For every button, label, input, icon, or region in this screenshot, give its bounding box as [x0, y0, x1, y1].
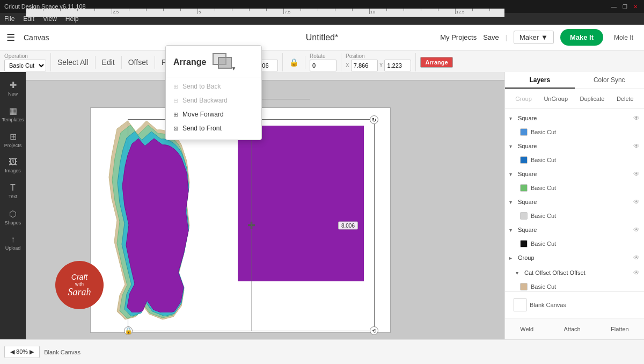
- sidebar-item-images[interactable]: 🖼 Images: [2, 154, 24, 177]
- layer-sub-square-3[interactable]: Basic Cut: [505, 181, 644, 194]
- handle-bottom-left[interactable]: 🔒: [124, 326, 133, 335]
- layer-sub-square-2[interactable]: Basic Cut: [505, 154, 644, 166]
- menu-file[interactable]: File: [4, 15, 14, 23]
- layer-sub-name-square-5: Basic Cut: [531, 241, 556, 247]
- images-icon: 🖼: [9, 157, 17, 167]
- blank-canvas-row: Blank Canvas: [509, 296, 640, 314]
- left-sidebar: ✚ New ▦ Templates ⊞ Projects 🖼 Images T …: [0, 72, 26, 339]
- arrange-icon: ▼: [213, 53, 236, 71]
- x-input[interactable]: [351, 60, 378, 71]
- layer-eye-square-3[interactable]: 👁: [633, 170, 640, 178]
- layer-group-square-3: ▾ Square 👁 Basic Cut: [505, 166, 644, 194]
- layer-row-square-1[interactable]: ▾ Square 👁: [505, 111, 644, 126]
- layer-eye-square-4[interactable]: 👁: [633, 198, 640, 206]
- sidebar-item-new[interactable]: ✚ New: [2, 76, 24, 100]
- my-projects-button[interactable]: My Projects: [440, 33, 477, 41]
- sidebar-item-text[interactable]: T Text: [2, 179, 24, 203]
- header-right-actions: My Projects Save | Maker ▼ Make It Mole …: [440, 29, 638, 46]
- arrange-button[interactable]: Arrange: [420, 57, 452, 68]
- zoom-button[interactable]: ◀ 80% ▶: [4, 346, 40, 358]
- send-to-front-label: Send to Front: [182, 125, 222, 132]
- tab-color-sync[interactable]: Color Sync: [575, 72, 645, 89]
- arrange-send-to-front[interactable]: ⊠ Send to Front: [166, 121, 261, 135]
- layer-toggle-cat-off-off-off: ▾: [516, 270, 522, 276]
- layer-row-square-4[interactable]: ▾ Square 👁: [505, 194, 644, 209]
- edit-button[interactable]: Edit: [100, 56, 117, 69]
- weld-button[interactable]: Weld: [516, 324, 538, 334]
- horizontal-ruler: 2.557.51012.515: [26, 9, 504, 17]
- rotate-input[interactable]: [310, 60, 336, 71]
- delete-button[interactable]: Delete: [613, 94, 637, 103]
- attach-button[interactable]: Attach: [560, 324, 585, 334]
- rotate-group: Rotate: [310, 53, 341, 71]
- layer-sub-name-cat-off-off-off: Basic Cut: [531, 283, 556, 290]
- layer-name-square-1: Square: [518, 115, 631, 121]
- tab-layers[interactable]: Layers: [505, 72, 575, 89]
- layer-sub-name-square-2: Basic Cut: [531, 157, 556, 163]
- send-to-front-icon: ⊠: [173, 125, 178, 132]
- canvas-label: Canvas: [24, 33, 49, 42]
- layer-name-square-2: Square: [518, 143, 631, 149]
- layer-sub-square-5[interactable]: Basic Cut: [505, 237, 644, 250]
- vertical-center-line: [251, 120, 252, 331]
- layer-color-square-4: [520, 212, 528, 220]
- layer-eye-square-5[interactable]: 👁: [633, 226, 640, 234]
- close-button[interactable]: ✕: [631, 2, 640, 11]
- layer-eye-cat-off-off-off[interactable]: 👁: [633, 269, 640, 276]
- layer-sub-square-1[interactable]: Basic Cut: [505, 126, 644, 139]
- offset-group: Offset: [126, 56, 155, 69]
- y-input[interactable]: [384, 60, 411, 71]
- shapes-icon: ⬡: [9, 209, 17, 219]
- canvas-info-label: Blank Canvas: [44, 349, 80, 355]
- layer-row-square-5[interactable]: ▾ Square 👁: [505, 222, 644, 237]
- arrange-send-to-back[interactable]: ⊞ Send to Back: [166, 79, 261, 93]
- arrange-move-forward[interactable]: ⊞ Move Forward: [166, 107, 261, 121]
- new-label: New: [8, 91, 18, 97]
- document-title: Untitled*: [306, 33, 338, 42]
- hamburger-menu-icon[interactable]: ☰: [6, 32, 15, 43]
- edit-group: Edit: [100, 56, 122, 69]
- layer-row-cat-off-off-off[interactable]: ▾ Cat Offset Offset Offset 👁: [505, 265, 644, 280]
- handle-top-right[interactable]: ↻: [370, 115, 378, 124]
- sidebar-item-projects[interactable]: ⊞ Projects: [2, 128, 24, 151]
- ungroup-button[interactable]: UnGroup: [540, 94, 571, 103]
- operation-select[interactable]: Basic Cut: [4, 60, 46, 71]
- templates-icon: ▦: [9, 106, 17, 116]
- layer-group-cat-off-off-off: ▾ Cat Offset Offset Offset 👁 Basic Cut: [505, 265, 644, 292]
- layer-toggle-square-2: ▾: [509, 143, 516, 149]
- arrange-send-backward[interactable]: ⊟ Send Backward: [166, 93, 261, 107]
- layer-name-square-3: Square: [518, 171, 631, 177]
- layer-eye-square-2[interactable]: 👁: [633, 142, 640, 150]
- sidebar-item-shapes[interactable]: ⬡ Shapes: [2, 205, 24, 229]
- layer-eye-group[interactable]: 👁: [633, 254, 640, 261]
- group-button[interactable]: Group: [512, 94, 535, 103]
- arrange-group: Arrange: [420, 57, 457, 68]
- save-button[interactable]: Save: [483, 33, 499, 41]
- canvas-area: 6.197: [26, 72, 504, 339]
- handle-bottom-right[interactable]: ⟲: [370, 326, 378, 335]
- maker-button[interactable]: Maker ▼: [514, 31, 554, 44]
- offset-button[interactable]: Offset: [126, 56, 150, 69]
- sidebar-item-templates[interactable]: ▦ Templates: [2, 102, 24, 126]
- layer-eye-square-1[interactable]: 👁: [633, 114, 640, 122]
- text-icon: T: [10, 183, 16, 193]
- layer-sub-cat-off-off-off[interactable]: Basic Cut: [505, 280, 644, 292]
- restore-button[interactable]: ❐: [620, 2, 629, 11]
- flatten-button[interactable]: Flatten: [606, 324, 633, 334]
- layer-color-square-5: [520, 240, 528, 247]
- lock-icon[interactable]: 🔒: [287, 56, 301, 69]
- make-it-button[interactable]: Make It: [560, 29, 603, 46]
- layer-group-square-1: ▾ Square 👁 Basic Cut: [505, 111, 644, 139]
- layer-row-group[interactable]: ▸ Group 👁: [505, 250, 644, 265]
- layer-sub-square-4[interactable]: Basic Cut: [505, 209, 644, 222]
- mole-it-label: Mole It: [610, 33, 638, 42]
- layer-row-square-3[interactable]: ▾ Square 👁: [505, 166, 644, 181]
- watermark-with: with: [75, 281, 84, 287]
- panel-bottom: Blank Canvas: [505, 292, 644, 318]
- minimize-button[interactable]: —: [610, 2, 618, 11]
- sidebar-item-upload[interactable]: ↑ Upload: [2, 231, 24, 254]
- select-all-button[interactable]: Select All: [55, 56, 91, 69]
- duplicate-button[interactable]: Duplicate: [577, 94, 608, 103]
- layer-row-square-2[interactable]: ▾ Square 👁: [505, 139, 644, 154]
- layer-name-square-5: Square: [518, 227, 631, 233]
